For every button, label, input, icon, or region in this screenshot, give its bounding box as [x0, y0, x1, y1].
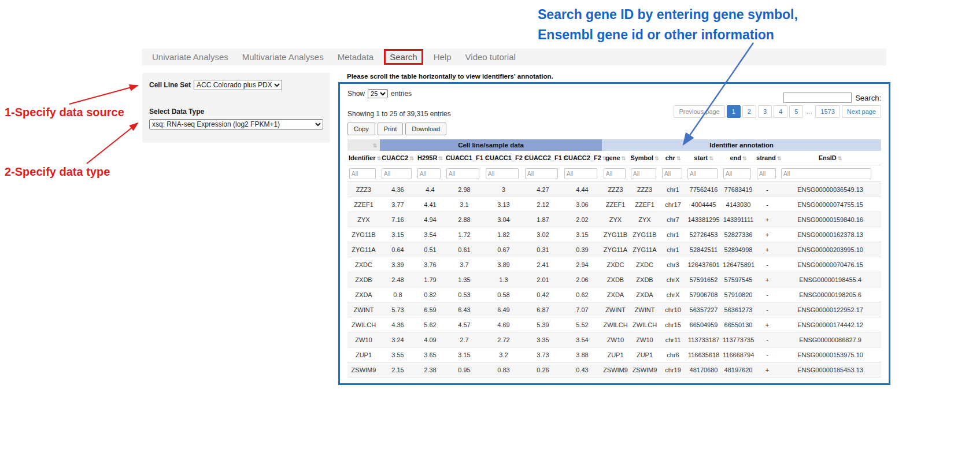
previous-page-button[interactable]: Previous page	[674, 105, 724, 118]
cell-cuacc2-f1: 0.26	[523, 362, 563, 377]
cell-cuacc1-f2: 0.83	[484, 362, 523, 377]
nav-item-univariate-analyses[interactable]: Univariate Analyses	[145, 52, 235, 62]
group-header-identifier-annotation: Identifier annotation	[602, 139, 881, 151]
cell-gene: ZYG11A	[602, 242, 629, 257]
cell-cuacc2-f1: 4.27	[523, 182, 563, 197]
table-row[interactable]: ZWINT5.736.596.436.496.877.07ZWINTZWINTc…	[347, 302, 881, 317]
filter-input-start[interactable]	[687, 168, 718, 179]
next-page-button[interactable]: Next page	[842, 105, 881, 118]
nav-item-video-tutorial[interactable]: Video tutorial	[458, 52, 523, 62]
identifier-sort-header[interactable]: ⇅	[347, 139, 380, 151]
sort-icon: ⇅	[438, 156, 443, 161]
table-row[interactable]: ZYG11B3.153.541.721.823.023.15ZYG11BZYG1…	[347, 227, 881, 242]
column-header-ensid[interactable]: EnsID⇅	[779, 151, 881, 165]
column-header-cuacc1-f2[interactable]: CUACC1_F2⇅	[484, 151, 523, 165]
column-header-end[interactable]: end⇅	[722, 151, 755, 165]
filter-input-cuacc1-f1[interactable]	[446, 168, 479, 179]
table-head: ⇅Cell line/sample dataIdentifier annotat…	[347, 139, 881, 182]
cell-identifier: ZXDB	[347, 272, 380, 287]
cell-chr: chr15	[660, 317, 686, 332]
column-header-cuacc2-f1[interactable]: CUACC2_F1⇅	[523, 151, 563, 165]
column-header-symbol[interactable]: Symbol⇅	[629, 151, 660, 165]
cell-end: 4143030	[722, 197, 755, 212]
page-4-button[interactable]: 4	[774, 105, 787, 118]
table-row[interactable]: ZXDC3.393.763.73.892.412.94ZXDCZXDCchr31…	[347, 257, 881, 272]
table-search-input[interactable]	[783, 92, 852, 103]
page-1573-button[interactable]: 1573	[815, 105, 840, 118]
table-row[interactable]: ZWILCH4.365.624.574.695.395.52ZWILCHZWIL…	[347, 317, 881, 332]
nav-item-search[interactable]: Search	[384, 49, 423, 65]
filter-input-cuacc2-f2[interactable]	[564, 168, 597, 179]
table-row[interactable]: ZSWIM92.152.380.950.830.260.43ZSWIM9ZSWI…	[347, 362, 881, 377]
cell-identifier: ZXDA	[347, 287, 380, 302]
table-row[interactable]: ZXDA0.80.820.530.580.420.62ZXDAZXDAchrX5…	[347, 287, 881, 302]
column-header-strand[interactable]: strand⇅	[755, 151, 779, 165]
nav-item-help[interactable]: Help	[427, 52, 458, 62]
sort-icon: ⇅	[622, 156, 626, 161]
table-row[interactable]: ZZZ34.364.42.9834.274.44ZZZ3ZZZ3chr17756…	[347, 182, 881, 197]
table-row[interactable]: ZW103.244.092.72.723.353.54ZW10ZW10chr11…	[347, 332, 881, 347]
cell-cuacc1-f1: 2.7	[445, 332, 484, 347]
cell-strand: -	[755, 347, 779, 362]
column-header-cuacc2-f2[interactable]: CUACC2_F2⇅	[563, 151, 602, 165]
cell-line-set-label: Cell Line Set	[149, 81, 191, 89]
filter-input-end[interactable]	[723, 168, 751, 179]
filter-input-cuacc2-f1[interactable]	[525, 168, 558, 179]
cell-symbol: ZYG11A	[629, 242, 660, 257]
print-button[interactable]: Print	[378, 123, 404, 135]
page-1-button[interactable]: 1	[727, 105, 741, 118]
cell-line-set-select[interactable]: ACC Colorado plus PDX	[194, 80, 282, 90]
cell-symbol: ZWINT	[629, 302, 660, 317]
cell-cuacc1-f1: 6.43	[445, 302, 484, 317]
page-length-select[interactable]: 25	[368, 89, 388, 98]
cell-end: 113773735	[722, 332, 755, 347]
cell-end: 66550130	[722, 317, 755, 332]
red-annotation-2: 2-Specify data type	[5, 165, 110, 179]
cell-cuacc2-f2: 2.06	[563, 272, 602, 287]
copy-button[interactable]: Copy	[347, 123, 375, 135]
column-header-start[interactable]: start⇅	[686, 151, 722, 165]
download-button[interactable]: Download	[405, 123, 446, 135]
cell-h295r: 5.62	[416, 317, 445, 332]
filter-input-strand[interactable]	[757, 168, 776, 179]
filter-input-gene[interactable]	[604, 168, 626, 179]
data-source-panel: Cell Line Set ACC Colorado plus PDX Sele…	[142, 73, 330, 143]
filter-input-ensid[interactable]	[781, 168, 871, 179]
column-header-identifier[interactable]: Identifier⇅	[347, 151, 380, 165]
column-header-gene[interactable]: gene⇅	[602, 151, 629, 165]
filter-input-cuacc1-f2[interactable]	[486, 168, 519, 179]
nav-item-metadata[interactable]: Metadata	[331, 52, 381, 62]
column-header-chr[interactable]: chr⇅	[660, 151, 686, 165]
filter-input-chr[interactable]	[662, 168, 682, 179]
column-header-cuacc1-f1[interactable]: CUACC1_F1⇅	[445, 151, 484, 165]
cell-cuacc2: 3.24	[380, 332, 416, 347]
filter-input-cuacc2[interactable]	[382, 168, 412, 179]
cell-h295r: 4.94	[416, 212, 445, 227]
filter-input-h295r[interactable]	[417, 168, 441, 179]
page-5-button[interactable]: 5	[789, 105, 803, 118]
cell-end: 52894998	[722, 242, 755, 257]
nav-item-multivariate-analyses[interactable]: Multivariate Analyses	[235, 52, 331, 62]
table-row[interactable]: ZUP13.553.653.153.23.733.88ZUP1ZUP1chr61…	[347, 347, 881, 362]
sort-icon: ⇅	[709, 156, 713, 161]
sort-icon: ⇅	[838, 156, 842, 161]
table-row[interactable]: ZZEF13.774.413.13.132.123.06ZZEF1ZZEF1ch…	[347, 197, 881, 212]
cell-cuacc2: 0.64	[380, 242, 416, 257]
cell-end: 77683419	[722, 182, 755, 197]
data-type-select[interactable]: xsq: RNA-seq Expression (log2 FPKM+1)	[149, 119, 323, 129]
pagination-ellipsis[interactable]: …	[805, 106, 813, 117]
column-header-h295r[interactable]: H295R⇅	[416, 151, 445, 165]
cell-strand: +	[755, 227, 779, 242]
table-row[interactable]: ZYG11A0.640.510.610.670.310.39ZYG11AZYG1…	[347, 242, 881, 257]
page-2-button[interactable]: 2	[742, 105, 756, 118]
page-3-button[interactable]: 3	[758, 105, 772, 118]
cell-h295r: 0.51	[416, 242, 445, 257]
cell-cuacc2: 3.15	[380, 227, 416, 242]
filter-input-identifier[interactable]	[349, 168, 376, 179]
column-header-cuacc2[interactable]: CUACC2⇅	[380, 151, 416, 165]
cell-cuacc2-f1: 5.39	[523, 317, 563, 332]
cell-symbol: ZWILCH	[629, 317, 660, 332]
filter-input-symbol[interactable]	[631, 168, 656, 179]
table-row[interactable]: ZYX7.164.942.883.041.872.02ZYXZYXchr7143…	[347, 212, 881, 227]
table-row[interactable]: ZXDB2.481.791.351.32.012.06ZXDBZXDBchrX5…	[347, 272, 881, 287]
